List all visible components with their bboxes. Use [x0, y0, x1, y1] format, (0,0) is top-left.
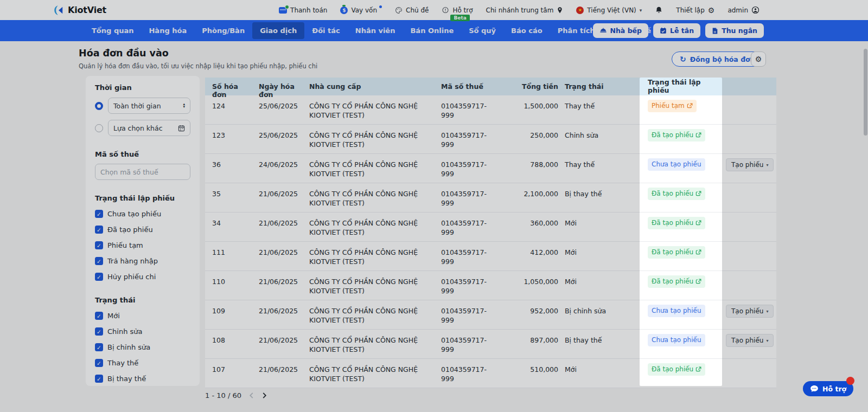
- main-nav: Tổng quan Hàng hóa Phòng/Bàn Giao dịch Đ…: [0, 20, 868, 41]
- doc-status-badge[interactable]: Phiếu tạm: [648, 100, 697, 112]
- doc-status-badge[interactable]: Đã tạo phiếu: [648, 217, 705, 229]
- nav-item-hang-hoa[interactable]: Hàng hóa: [141, 22, 194, 39]
- user-menu[interactable]: admin: [727, 0, 760, 20]
- checkbox-chua-tao-phieu[interactable]: ✓ Chưa tạo phiếu: [95, 210, 190, 218]
- pagination-next-icon[interactable]: [261, 392, 267, 399]
- topbar-item-branch[interactable]: Chi nhánh trung tâm: [486, 0, 564, 20]
- doc-status-badge[interactable]: Đã tạo phiếu: [648, 363, 705, 376]
- topbar-item-payment[interactable]: Thanh toán: [279, 0, 327, 20]
- topbar-item-theme[interactable]: Chủ đề: [395, 0, 429, 20]
- cell-tax-code: 0104359717-999: [435, 154, 489, 183]
- checkbox-label: Phiếu tạm: [107, 241, 143, 249]
- doc-status-badge[interactable]: Đã tạo phiếu: [648, 129, 705, 141]
- radio-all-time[interactable]: [95, 102, 103, 110]
- table-row[interactable]: 108 21/06/2025 CÔNG TY CỔ PHẦN CÔNG NGHỆ…: [205, 330, 776, 359]
- support-button-label: Hỗ trợ: [822, 385, 846, 393]
- cell-invoice-no: 110: [205, 271, 252, 300]
- chevron-down-icon: ▾: [766, 163, 768, 168]
- cell-tax-code: 0104359717-999: [435, 95, 489, 124]
- topbar-item-settings[interactable]: Thiết lập ⚙: [676, 0, 714, 20]
- create-receipt-button[interactable]: Tạo phiếu▾: [726, 158, 774, 171]
- pagination-range: 1 - 10 / 60: [205, 391, 241, 400]
- table-row[interactable]: 36 24/06/2025 CÔNG TY CỔ PHẦN CÔNG NGHỆ …: [205, 154, 776, 183]
- checkbox-phieu-tam[interactable]: ✓ Phiếu tạm: [95, 241, 190, 249]
- pagination-prev-icon[interactable]: [248, 392, 254, 399]
- external-link-icon: [695, 279, 701, 285]
- cell-status: Chỉnh sửa: [559, 125, 640, 153]
- page-scrollbar[interactable]: [864, 49, 867, 136]
- cell-total: 250,000: [489, 125, 559, 153]
- topbar-item-loan[interactable]: $ Vay vốn: [340, 0, 382, 20]
- brand-name: KiotViet: [68, 5, 106, 15]
- doc-status-badge[interactable]: Đã tạo phiếu: [648, 188, 705, 200]
- nav-item-so-quy[interactable]: Sổ quỹ: [461, 22, 503, 39]
- language-selector[interactable]: ★ Tiếng Việt (VN) ▾: [576, 0, 642, 20]
- nav-item-ban-online[interactable]: Bán Online: [403, 22, 461, 39]
- doc-status-badge[interactable]: Chưa tạo phiếu: [648, 158, 705, 171]
- create-receipt-button[interactable]: Tạo phiếu▾: [726, 305, 774, 318]
- tax-code-input[interactable]: [95, 164, 190, 180]
- nav-item-giao-dich[interactable]: Giao dịch: [252, 22, 304, 39]
- doc-status-badge[interactable]: Chưa tạo phiếu: [648, 305, 705, 317]
- table-row[interactable]: 109 21/06/2025 CÔNG TY CỔ PHẦN CÔNG NGHỆ…: [205, 300, 776, 330]
- checkbox-thay-the[interactable]: ✓ Thay thế: [95, 359, 190, 367]
- table-row[interactable]: 107 21/06/2025 CÔNG TY CỔ PHẦN CÔNG NGHỆ…: [205, 359, 776, 388]
- notifications-bell[interactable]: [655, 0, 663, 20]
- table-row[interactable]: 111 21/06/2025 CÔNG TY CỔ PHẦN CÔNG NGHỆ…: [205, 242, 776, 271]
- checkbox-checked-icon: ✓: [95, 210, 103, 218]
- page-title: Hóa đơn đầu vào: [79, 48, 169, 59]
- cell-supplier: CÔNG TY CỔ PHẦN CÔNG NGHỆ KIOTVIET (TEST…: [302, 359, 435, 388]
- table-row[interactable]: 110 21/06/2025 CÔNG TY CỔ PHẦN CÔNG NGHỆ…: [205, 271, 776, 300]
- cell-total: 788,000: [489, 154, 559, 183]
- sync-invoices-button[interactable]: ↻ Đồng bộ hóa đơn: [672, 52, 763, 67]
- checkbox-checked-icon: ✓: [95, 257, 103, 265]
- table-row[interactable]: 34 21/06/2025 CÔNG TY CỔ PHẦN CÔNG NGHỆ …: [205, 213, 776, 242]
- cell-total: 897,000: [489, 330, 559, 358]
- table-settings-button[interactable]: ⚙: [751, 52, 766, 67]
- filter-heading-time: Thời gian: [95, 83, 190, 92]
- chevron-down-icon: ▾: [640, 8, 642, 13]
- checkbox-tra-hang-nhap[interactable]: ✓ Trả hàng nhập: [95, 257, 190, 265]
- topbar-item-support[interactable]: Hỗ trợ Beta: [442, 0, 473, 20]
- chevron-down-icon: ▾: [766, 309, 768, 314]
- topbar: KiotViet Thanh toán $ Vay vốn Chủ đề: [0, 0, 868, 20]
- radio-custom-time[interactable]: [95, 124, 103, 132]
- settings-label: Thiết lập: [676, 7, 704, 14]
- doc-status-badge[interactable]: Chưa tạo phiếu: [648, 334, 705, 346]
- table-row[interactable]: 124 25/06/2025 CÔNG TY CỔ PHẦN CÔNG NGHỆ…: [205, 95, 776, 125]
- checkbox-bi-chinh-sua[interactable]: ✓ Bị chỉnh sửa: [95, 343, 190, 351]
- checkbox-huy-phieu-chi[interactable]: ✓ Hủy phiếu chi: [95, 273, 190, 281]
- select-arrows-icon: ▴▾: [183, 103, 185, 109]
- nav-item-nhan-vien[interactable]: Nhân viên: [348, 22, 403, 39]
- cell-supplier: CÔNG TY CỔ PHẦN CÔNG NGHỆ KIOTVIET (TEST…: [302, 300, 435, 329]
- doc-status-badge[interactable]: Đã tạo phiếu: [648, 246, 705, 259]
- nav-item-tong-quan[interactable]: Tổng quan: [84, 22, 141, 39]
- nav-item-phong-ban[interactable]: Phòng/Bàn: [194, 22, 252, 39]
- quick-button-nha-bep[interactable]: Nhà bếp: [593, 23, 649, 38]
- custom-date-picker[interactable]: Lựa chọn khác: [108, 120, 190, 136]
- table-row[interactable]: 123 25/06/2025 CÔNG TY CỔ PHẦN CÔNG NGHỆ…: [205, 125, 776, 154]
- checkbox-bi-thay-the[interactable]: ✓ Bị thay thế: [95, 375, 190, 383]
- cell-supplier: CÔNG TY CỔ PHẦN CÔNG NGHỆ KIOTVIET (TEST…: [302, 330, 435, 358]
- checkbox-moi[interactable]: ✓ Mới: [95, 312, 190, 320]
- filter-heading-doc-status: Trạng thái lập phiếu: [95, 194, 190, 202]
- checkbox-checked-icon: ✓: [95, 226, 103, 234]
- cell-status: Bị thay thế: [559, 183, 640, 212]
- checkbox-chinh-sua[interactable]: ✓ Chỉnh sửa: [95, 327, 190, 336]
- username-label: admin: [727, 7, 748, 14]
- cell-supplier: CÔNG TY CỔ PHẦN CÔNG NGHỆ KIOTVIET (TEST…: [302, 271, 435, 300]
- nav-item-bao-cao[interactable]: Báo cáo: [503, 22, 550, 39]
- nav-item-doi-tac[interactable]: Đối tác: [304, 22, 348, 39]
- receipt-icon: [712, 27, 718, 35]
- external-link-icon: [695, 249, 701, 255]
- cell-actions: Tạo phiếu▾: [723, 300, 776, 329]
- support-button[interactable]: Hỗ trợ: [803, 381, 853, 396]
- checkbox-da-tao-phieu[interactable]: ✓ Đã tạo phiếu: [95, 226, 190, 234]
- doc-status-badge[interactable]: Đã tạo phiếu: [648, 275, 705, 288]
- table-row[interactable]: 35 21/06/2025 CÔNG TY CỔ PHẦN CÔNG NGHỆ …: [205, 183, 776, 213]
- quick-button-thu-ngan[interactable]: Thu ngân: [705, 23, 764, 38]
- time-range-select[interactable]: Toàn thời gian ▴▾: [108, 98, 190, 114]
- kiotviet-logo[interactable]: KiotViet: [53, 0, 106, 20]
- quick-button-le-tan[interactable]: Lễ tân: [653, 23, 700, 38]
- create-receipt-button[interactable]: Tạo phiếu▾: [726, 334, 774, 347]
